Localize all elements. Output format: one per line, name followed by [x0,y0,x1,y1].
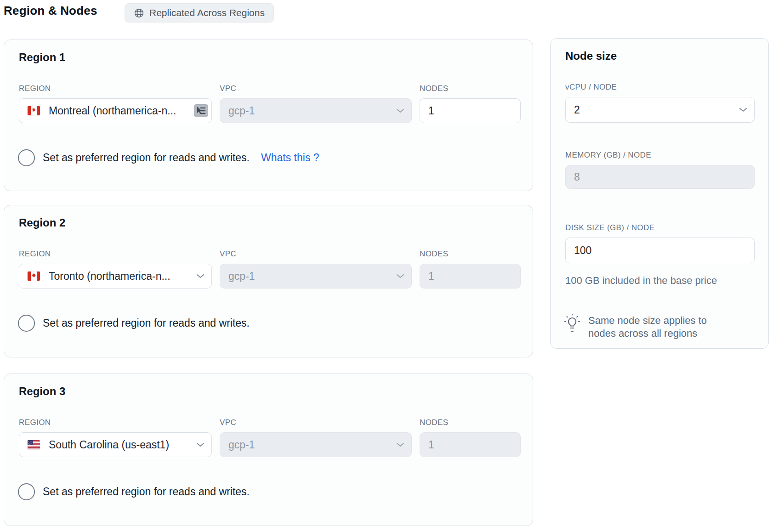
lightbulb-icon [563,312,582,334]
region-1-card: Region 1 REGION Montreal (northamerica-n… [4,40,533,191]
nodes-label: NODES [420,249,521,259]
region-1-nodes-input[interactable] [420,98,521,123]
replication-badge-label: Replicated Across Regions [149,7,265,18]
region-3-region-field: REGION [19,418,212,457]
region-1-preferred-label: Set as preferred region for reads and wr… [43,152,250,164]
region-2-preferred-label: Set as preferred region for reads and wr… [43,317,250,329]
vpc-label: VPC [220,418,412,427]
region-label: REGION [19,418,212,427]
page-title: Region & Nodes [4,4,97,18]
region-3-preferred-row: Set as preferred region for reads and wr… [18,483,250,500]
region-3-preferred-radio[interactable] [18,483,35,500]
region-1-preferred-row: Set as preferred region for reads and wr… [18,149,319,166]
region-3-vpc-value: gcp-1 [228,439,267,451]
memory-input [565,165,755,189]
region-1-nodes-field: NODES [420,84,521,123]
node-size-heading: Node size [565,50,617,62]
region-1-vpc-value: gcp-1 [228,105,267,117]
canada-flag-icon [28,106,40,115]
node-size-card: Node size vCPU / NODE 2 MEMORY (GB) / NO… [550,38,769,349]
chevron-down-icon [396,442,404,447]
region-3-region-select[interactable]: South Carolina (us-east1) [19,432,212,457]
region-2-vpc-select: gcp-1 [220,264,412,289]
region-3-vpc-field: VPC gcp-1 [220,418,412,457]
node-size-tip-text: Same node size applies to nodes across a… [588,312,735,340]
region-label: REGION [19,84,212,93]
region-2-preferred-row: Set as preferred region for reads and wr… [18,315,250,332]
region-3-preferred-label: Set as preferred region for reads and wr… [43,486,250,498]
memory-field: MEMORY (GB) / NODE [565,151,755,189]
disk-included-note: 100 GB included in the base price [565,275,717,287]
nodes-label: NODES [420,84,521,93]
region-2-nodes-field: NODES [420,249,521,289]
chevron-down-icon [396,274,404,278]
chevron-down-icon [396,108,404,113]
region-2-heading: Region 2 [19,216,65,229]
vcpu-value: 2 [574,104,592,116]
vcpu-select[interactable]: 2 [565,97,755,123]
us-flag-icon [28,440,40,449]
region-1-region-field: REGION Montreal (northamerica-n... [19,84,212,123]
region-2-vpc-field: VPC gcp-1 [220,249,412,289]
region-1-heading: Region 1 [19,51,65,64]
cursor-artifact-icon [194,104,208,117]
disk-size-field: DISK SIZE (GB) / NODE [565,223,755,263]
region-2-vpc-value: gcp-1 [228,270,267,283]
globe-icon [134,8,144,18]
region-3-region-value: South Carolina (us-east1) [49,439,181,451]
region-1-region-value: Montreal (northamerica-n... [49,105,188,117]
whats-this-link[interactable]: Whats this ? [261,152,319,164]
disk-size-input[interactable] [565,238,755,263]
region-2-card: Region 2 REGION Toronto (northamerica-n.… [4,205,533,357]
region-3-heading: Region 3 [19,385,65,398]
region-2-region-value: Toronto (northamerica-n... [49,270,182,283]
vcpu-label: vCPU / NODE [565,83,755,92]
disk-size-label: DISK SIZE (GB) / NODE [565,223,755,232]
region-1-preferred-radio[interactable] [18,149,35,166]
region-3-nodes-input [420,432,521,457]
canada-flag-icon [28,272,40,281]
region-1-vpc-select: gcp-1 [220,98,412,123]
vpc-label: VPC [220,84,412,93]
region-2-preferred-radio[interactable] [18,315,35,332]
region-label: REGION [19,249,212,259]
region-3-nodes-field: NODES [420,418,521,457]
chevron-down-icon [196,274,205,278]
node-size-tip: Same node size applies to nodes across a… [563,312,746,340]
region-3-vpc-select: gcp-1 [220,432,412,457]
chevron-down-icon [196,442,205,447]
vpc-label: VPC [220,249,412,259]
region-3-card: Region 3 REGION [4,374,533,526]
memory-label: MEMORY (GB) / NODE [565,151,755,160]
region-2-nodes-input [420,264,521,289]
region-1-region-select[interactable]: Montreal (northamerica-n... [19,98,212,123]
chevron-down-icon [739,108,747,112]
region-2-region-select[interactable]: Toronto (northamerica-n... [19,264,212,289]
region-2-region-field: REGION Toronto (northamerica-n... [19,249,212,289]
replication-badge: Replicated Across Regions [125,3,274,23]
region-1-vpc-field: VPC gcp-1 [220,84,412,123]
nodes-label: NODES [420,418,521,427]
vcpu-field: vCPU / NODE 2 [565,83,755,123]
